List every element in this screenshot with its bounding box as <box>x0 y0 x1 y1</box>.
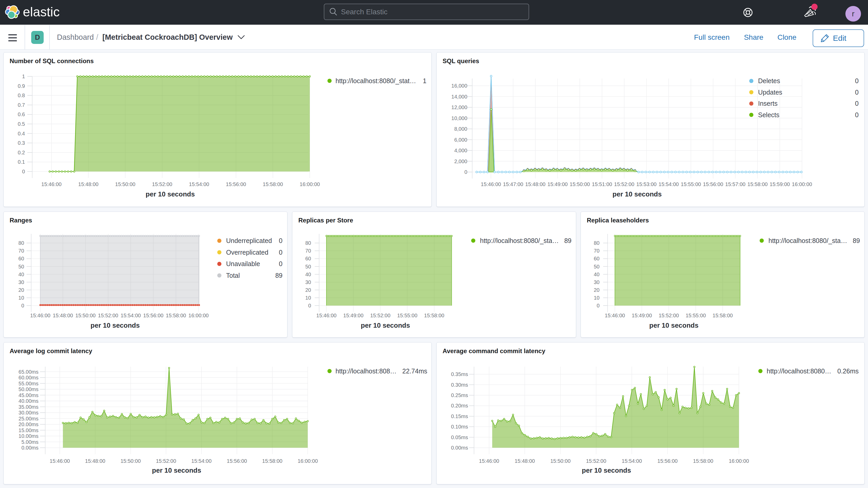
svg-text:per 10 seconds: per 10 seconds <box>649 322 698 329</box>
svg-text:15:52:00: 15:52:00 <box>156 458 176 464</box>
svg-text:1: 1 <box>22 73 25 79</box>
svg-text:60: 60 <box>19 256 24 262</box>
svg-text:15:51:00: 15:51:00 <box>592 181 612 187</box>
svg-text:http://localhost:808…: http://localhost:808… <box>336 367 397 375</box>
svg-text:Updates: Updates <box>758 89 782 96</box>
svg-text:Dashboard: Dashboard <box>57 33 94 41</box>
svg-text:0: 0 <box>597 303 599 308</box>
svg-text:50: 50 <box>305 264 311 270</box>
svg-text:15:50:00: 15:50:00 <box>121 458 141 464</box>
svg-text:30: 30 <box>594 279 599 285</box>
svg-text:/: / <box>96 33 98 41</box>
svg-text:0.1: 0.1 <box>18 159 25 165</box>
svg-text:0: 0 <box>308 303 311 308</box>
svg-text:55.00ms: 55.00ms <box>19 381 38 387</box>
svg-text:30: 30 <box>19 279 24 285</box>
svg-text:elastic: elastic <box>23 5 60 19</box>
svg-text:20: 20 <box>19 287 24 293</box>
svg-text:Inserts: Inserts <box>758 100 778 107</box>
svg-text:15:55:00: 15:55:00 <box>686 313 706 318</box>
svg-text:80: 80 <box>305 240 311 246</box>
svg-text:16:00:00: 16:00:00 <box>729 458 749 464</box>
svg-text:60: 60 <box>594 256 599 262</box>
svg-text:25.00ms: 25.00ms <box>19 416 38 422</box>
svg-text:per 10 seconds: per 10 seconds <box>582 466 631 474</box>
svg-text:15:58:00: 15:58:00 <box>424 313 444 318</box>
svg-text:per 10 seconds: per 10 seconds <box>152 466 201 474</box>
svg-text:40: 40 <box>19 272 24 277</box>
svg-text:0: 0 <box>279 237 282 244</box>
svg-text:40.00ms: 40.00ms <box>19 398 38 404</box>
svg-text:http://localhost:8080/_sta…: http://localhost:8080/_sta… <box>480 237 559 244</box>
svg-text:0.25ms: 0.25ms <box>451 392 468 398</box>
svg-text:10.00ms: 10.00ms <box>19 433 38 439</box>
svg-text:15:49:00: 15:49:00 <box>343 313 364 318</box>
svg-text:SQL queries: SQL queries <box>442 57 479 64</box>
svg-text:0.10ms: 0.10ms <box>451 424 468 430</box>
svg-text:0.00ms: 0.00ms <box>21 445 38 451</box>
svg-text:0.05ms: 0.05ms <box>451 434 468 440</box>
svg-text:15:46:00: 15:46:00 <box>50 458 70 464</box>
svg-text:0: 0 <box>855 100 859 107</box>
svg-text:0: 0 <box>279 260 282 267</box>
svg-text:http://localhost:8080…: http://localhost:8080… <box>767 367 831 375</box>
svg-text:15:54:00: 15:54:00 <box>191 458 212 464</box>
svg-text:15:58:00: 15:58:00 <box>262 458 282 464</box>
svg-text:15:49:00: 15:49:00 <box>632 313 652 318</box>
svg-text:15:48:00: 15:48:00 <box>78 181 98 187</box>
svg-text:20: 20 <box>594 287 599 293</box>
svg-text:2,000: 2,000 <box>454 158 467 164</box>
svg-text:0.2: 0.2 <box>18 150 25 155</box>
svg-text:15:56:00: 15:56:00 <box>657 458 678 464</box>
svg-text:Selects: Selects <box>758 111 779 119</box>
svg-text:16:00:00: 16:00:00 <box>792 181 812 187</box>
svg-text:1: 1 <box>423 77 427 85</box>
svg-text:0: 0 <box>21 303 24 308</box>
svg-text:0.30ms: 0.30ms <box>451 382 468 388</box>
svg-text:0: 0 <box>855 89 859 96</box>
svg-text:0: 0 <box>464 169 467 175</box>
svg-text:15:48:00: 15:48:00 <box>53 313 73 318</box>
svg-text:15:52:00: 15:52:00 <box>370 313 390 318</box>
svg-text:15:56:00: 15:56:00 <box>226 181 246 187</box>
svg-text:15:52:00: 15:52:00 <box>658 313 679 318</box>
svg-text:50: 50 <box>19 264 24 270</box>
svg-text:12,000: 12,000 <box>452 104 467 110</box>
svg-text:14,000: 14,000 <box>452 94 467 99</box>
svg-text:30.00ms: 30.00ms <box>19 410 38 416</box>
svg-text:Share: Share <box>744 33 764 41</box>
svg-text:15:56:00: 15:56:00 <box>227 458 247 464</box>
svg-text:0.15ms: 0.15ms <box>451 414 468 419</box>
svg-text:80: 80 <box>594 240 599 246</box>
svg-text:15:50:00: 15:50:00 <box>570 181 590 187</box>
svg-text:15:47:00: 15:47:00 <box>503 181 523 187</box>
svg-text:0.7: 0.7 <box>18 102 25 108</box>
svg-text:0.35ms: 0.35ms <box>451 371 468 377</box>
svg-text:16:00:00: 16:00:00 <box>188 313 209 318</box>
svg-text:20.00ms: 20.00ms <box>19 422 38 427</box>
svg-text:16:00:00: 16:00:00 <box>300 181 320 187</box>
svg-text:http://localhost:8080/_sta…: http://localhost:8080/_sta… <box>769 237 847 244</box>
svg-text:15:52:00: 15:52:00 <box>152 181 172 187</box>
svg-text:15:56:00: 15:56:00 <box>143 313 163 318</box>
svg-text:4,000: 4,000 <box>454 148 467 153</box>
svg-text:65.00ms: 65.00ms <box>19 369 38 375</box>
svg-text:10: 10 <box>305 295 311 301</box>
svg-text:15:58:00: 15:58:00 <box>747 181 768 187</box>
svg-text:15:58:00: 15:58:00 <box>693 458 713 464</box>
svg-text:15:52:00: 15:52:00 <box>586 458 606 464</box>
svg-text:15:55:00: 15:55:00 <box>397 313 417 318</box>
svg-text:15:46:00: 15:46:00 <box>481 181 501 187</box>
svg-text:40: 40 <box>594 272 599 277</box>
svg-text:45.00ms: 45.00ms <box>19 392 38 398</box>
svg-text:22.74ms: 22.74ms <box>402 367 427 375</box>
svg-text:15:49:00: 15:49:00 <box>548 181 568 187</box>
svg-text:70: 70 <box>305 248 311 254</box>
svg-text:15:46:00: 15:46:00 <box>41 181 62 187</box>
svg-text:15:59:00: 15:59:00 <box>770 181 790 187</box>
svg-text:Replica leaseholders: Replica leaseholders <box>587 217 649 224</box>
svg-text:15:48:00: 15:48:00 <box>85 458 105 464</box>
svg-text:15:50:00: 15:50:00 <box>551 458 571 464</box>
svg-text:0.3: 0.3 <box>18 140 25 146</box>
svg-text:15:55:00: 15:55:00 <box>681 181 701 187</box>
